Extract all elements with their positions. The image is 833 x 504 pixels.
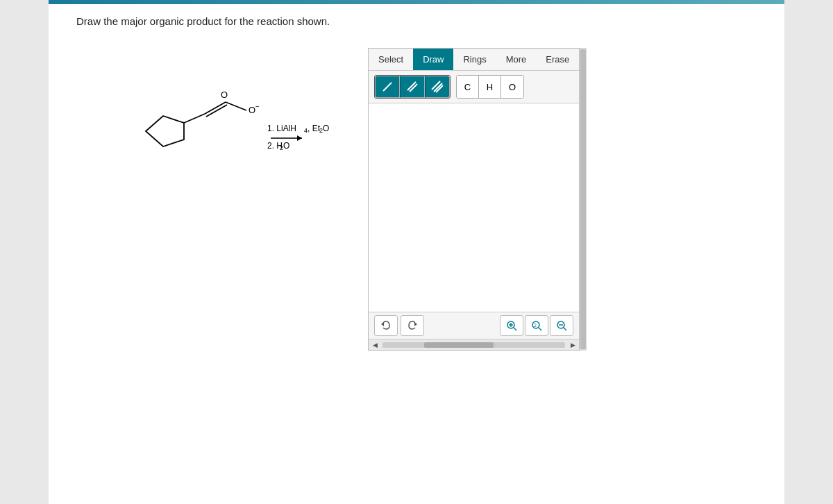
- drawer-canvas[interactable]: [369, 103, 579, 312]
- select-button[interactable]: Select: [369, 49, 413, 70]
- oxygen-label: O: [221, 90, 228, 100]
- atom-group: C H O: [456, 75, 524, 99]
- zoom-in-button[interactable]: [500, 315, 523, 336]
- svg-line-10: [432, 81, 440, 90]
- double-bond-button[interactable]: [400, 76, 425, 98]
- oxygen-button[interactable]: O: [501, 76, 523, 98]
- hydrogen-button[interactable]: H: [479, 76, 501, 98]
- molecule-svg: O O − 1. LiAlH 4 , Et 2 O 2. H 2 O: [90, 62, 340, 201]
- svg-line-4: [226, 102, 246, 110]
- svg-line-16: [514, 328, 516, 330]
- zoom-in-icon: [506, 320, 517, 331]
- zoom-fit-icon: 2: [531, 320, 542, 331]
- step1-label: 1. LiAlH: [267, 124, 296, 133]
- draw-button[interactable]: Draw: [413, 49, 453, 70]
- undo-icon: [380, 320, 392, 331]
- top-bar: [49, 0, 784, 4]
- question-text: Draw the major organic product for the r…: [76, 15, 757, 27]
- zoom-controls: 2: [500, 315, 573, 336]
- content-area: O O − 1. LiAlH 4 , Et 2 O 2. H 2 O: [76, 48, 757, 351]
- drawer-toolbar: Select Draw Rings More Erase: [369, 49, 579, 71]
- bonds-row: C H O: [369, 71, 579, 103]
- svg-line-1: [184, 114, 205, 123]
- svg-marker-13: [381, 322, 384, 326]
- zoom-out-button[interactable]: [550, 315, 573, 336]
- erase-button[interactable]: Erase: [536, 49, 579, 70]
- step1-solvent-label: , Et: [308, 124, 321, 133]
- drawer-container: Select Draw Rings More Erase: [368, 48, 580, 351]
- drawer-bottom: 2: [369, 312, 579, 339]
- more-button[interactable]: More: [496, 49, 537, 70]
- vertical-scrollbar[interactable]: [580, 48, 587, 351]
- ominus-label: O: [249, 105, 255, 115]
- svg-marker-14: [414, 322, 417, 326]
- rings-button[interactable]: Rings: [453, 49, 496, 70]
- page-container: Draw the major organic product for the r…: [49, 0, 784, 504]
- svg-line-20: [539, 328, 541, 330]
- svg-line-23: [564, 328, 566, 330]
- zoom-out-icon: [556, 320, 567, 331]
- single-bond-button[interactable]: [375, 76, 400, 98]
- single-bond-icon: [381, 81, 394, 93]
- drawer-outer: Select Draw Rings More Erase: [368, 48, 580, 351]
- svg-text:2: 2: [534, 323, 537, 328]
- minus-label: −: [255, 103, 260, 110]
- scroll-thumb[interactable]: [424, 342, 494, 348]
- double-bond-icon: [406, 81, 419, 93]
- step2-end-label: O: [283, 141, 289, 151]
- carbon-button[interactable]: C: [457, 76, 479, 98]
- zoom-fit-button[interactable]: 2: [525, 315, 548, 336]
- redo-button[interactable]: [401, 315, 424, 336]
- scroll-left-arrow[interactable]: ◀: [370, 340, 380, 350]
- svg-marker-6: [297, 135, 302, 141]
- bond-group: [374, 75, 451, 99]
- undo-button[interactable]: [374, 315, 398, 336]
- triple-bond-icon: [431, 81, 444, 93]
- scroll-right-arrow[interactable]: ▶: [568, 340, 578, 350]
- triple-bond-button[interactable]: [425, 76, 450, 98]
- step1-solvent-end-label: O: [323, 124, 329, 133]
- svg-line-7: [383, 83, 392, 91]
- chem-area: O O − 1. LiAlH 4 , Et 2 O 2. H 2 O: [76, 48, 354, 215]
- redo-icon: [407, 320, 418, 331]
- vertical-scroll-thumb[interactable]: [580, 49, 586, 349]
- svg-marker-0: [146, 116, 184, 146]
- scroll-track[interactable]: [382, 342, 565, 348]
- horizontal-scrollbar[interactable]: ◀ ▶: [369, 339, 579, 350]
